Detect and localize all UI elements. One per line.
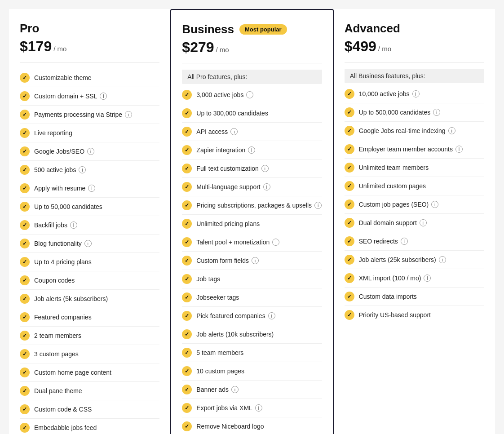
check-icon: ✓ xyxy=(20,110,30,120)
info-icon[interactable]: i xyxy=(412,90,420,97)
list-item: ✓Up to 500,000 candidatesi xyxy=(345,103,484,122)
check-icon: ✓ xyxy=(182,403,192,413)
list-item: ✓Unlimited pricing plans xyxy=(182,215,322,233)
check-icon: ✓ xyxy=(182,274,192,284)
info-icon[interactable]: i xyxy=(87,148,94,155)
plan-header-advanced: Advanced$499/ mo xyxy=(345,22,484,55)
check-icon: ✓ xyxy=(20,423,30,433)
info-icon[interactable]: i xyxy=(79,166,86,173)
features-header-advanced: All Business features, plus: xyxy=(345,69,484,83)
info-icon[interactable]: i xyxy=(255,404,262,412)
info-icon[interactable]: i xyxy=(455,146,463,153)
plan-price-value-pro: $179 xyxy=(20,38,52,55)
list-item: ✓10,000 active jobsi xyxy=(345,85,484,103)
info-icon[interactable]: i xyxy=(314,202,322,209)
list-item: ✓Up to 300,000 candidates xyxy=(182,104,322,123)
feature-text: Unlimited custom pages xyxy=(359,182,426,190)
feature-text: 10 custom pages xyxy=(196,368,244,375)
list-item: ✓5 team members xyxy=(182,344,322,362)
info-icon[interactable]: i xyxy=(268,312,275,319)
list-item: ✓Blog functionalityi xyxy=(20,235,159,253)
plan-price-mo-business: / mo xyxy=(216,46,229,53)
check-icon: ✓ xyxy=(20,128,30,138)
info-icon[interactable]: i xyxy=(88,185,95,192)
info-icon[interactable]: i xyxy=(401,238,408,245)
feature-text: 3,000 active jobsi xyxy=(196,91,253,98)
check-icon: ✓ xyxy=(345,310,354,320)
plan-column-pro: Pro$179/ mo✓Customizable theme✓Custom do… xyxy=(9,9,170,434)
feature-text: Backfill jobsi xyxy=(34,221,77,229)
list-item: ✓Featured companies xyxy=(20,308,159,327)
info-icon[interactable]: i xyxy=(433,109,440,116)
plan-price-value-advanced: $499 xyxy=(345,38,376,55)
feature-text: Employer team member accountsi xyxy=(359,146,463,153)
feature-text: Unlimited team members xyxy=(359,164,429,171)
list-item: ✓Custom domain + SSLi xyxy=(20,87,159,106)
info-icon[interactable]: i xyxy=(230,128,238,135)
check-icon: ✓ xyxy=(182,348,192,358)
list-item: ✓Jobseeker tags xyxy=(182,288,322,307)
check-icon: ✓ xyxy=(182,182,192,192)
info-icon[interactable]: i xyxy=(70,221,77,229)
pricing-container: Pro$179/ mo✓Customizable theme✓Custom do… xyxy=(9,9,495,434)
check-icon: ✓ xyxy=(182,90,192,100)
check-icon: ✓ xyxy=(20,165,30,175)
list-item: ✓10 custom pages xyxy=(182,362,322,381)
feature-text: Job alerts (10k subscribers) xyxy=(196,331,274,338)
list-item: ✓2 team members xyxy=(20,327,159,345)
info-icon[interactable]: i xyxy=(448,127,455,134)
list-item: ✓Export jobs via XMLi xyxy=(182,399,322,417)
info-icon[interactable]: i xyxy=(424,275,431,282)
info-icon[interactable]: i xyxy=(263,183,270,190)
check-icon: ✓ xyxy=(20,257,30,267)
check-icon: ✓ xyxy=(345,218,354,228)
info-icon[interactable]: i xyxy=(431,201,438,208)
list-item: ✓Full text customizationi xyxy=(182,159,322,178)
list-item: ✓Google Jobs real-time indexingi xyxy=(345,122,484,140)
info-icon[interactable]: i xyxy=(439,256,446,263)
feature-text: Google Jobs real-time indexingi xyxy=(359,127,455,134)
list-item: ✓Unlimited custom pages xyxy=(345,177,484,195)
feature-text: Google Jobs/SEOi xyxy=(34,148,94,155)
feature-text: Banner adsi xyxy=(196,386,239,393)
info-icon[interactable]: i xyxy=(100,93,107,100)
feature-text: Custom home page content xyxy=(34,369,111,376)
feature-text: Blog functionalityi xyxy=(34,240,92,247)
info-icon[interactable]: i xyxy=(272,239,279,246)
plan-divider-advanced xyxy=(345,62,484,62)
feature-text: Job alerts (25k subscribers)i xyxy=(359,256,446,263)
info-icon[interactable]: i xyxy=(420,219,427,226)
feature-text: Featured companies xyxy=(34,314,92,321)
feature-text: Embedabble jobs feed xyxy=(34,424,97,431)
feature-text: Coupon codes xyxy=(34,277,75,284)
info-icon[interactable]: i xyxy=(246,91,253,98)
feature-text: Talent pool + monetizationi xyxy=(196,239,279,246)
info-icon[interactable]: i xyxy=(231,386,239,393)
feature-text: Export jobs via XMLi xyxy=(196,404,262,412)
list-item: ✓Custom job pages (SEO)i xyxy=(345,195,484,214)
check-icon: ✓ xyxy=(20,239,30,248)
check-icon: ✓ xyxy=(20,183,30,193)
feature-text: Apply with resumei xyxy=(34,185,95,192)
check-icon: ✓ xyxy=(20,73,30,83)
check-icon: ✓ xyxy=(20,368,30,377)
check-icon: ✓ xyxy=(182,311,192,321)
info-icon[interactable]: i xyxy=(261,165,269,172)
feature-text: Up to 50,000 candidates xyxy=(34,203,102,210)
list-item: ✓Dual pane theme xyxy=(20,382,159,400)
check-icon: ✓ xyxy=(345,126,354,136)
list-item: ✓3,000 active jobsi xyxy=(182,86,322,104)
info-icon[interactable]: i xyxy=(84,240,92,247)
list-item: ✓Dual domain supporti xyxy=(345,214,484,232)
list-item: ✓Coupon codes xyxy=(20,271,159,290)
check-icon: ✓ xyxy=(20,146,30,156)
list-item: ✓Pricing subscriptions, packages & upsel… xyxy=(182,196,322,215)
list-item: ✓Priority US-based support xyxy=(345,306,484,324)
check-icon: ✓ xyxy=(20,294,30,304)
info-icon[interactable]: i xyxy=(125,111,132,118)
features-header-business: All Pro features, plus: xyxy=(182,70,322,84)
feature-text: Jobseeker tags xyxy=(196,294,239,301)
info-icon[interactable]: i xyxy=(252,257,259,264)
feature-text: Customizable theme xyxy=(34,74,92,81)
info-icon[interactable]: i xyxy=(248,146,255,154)
